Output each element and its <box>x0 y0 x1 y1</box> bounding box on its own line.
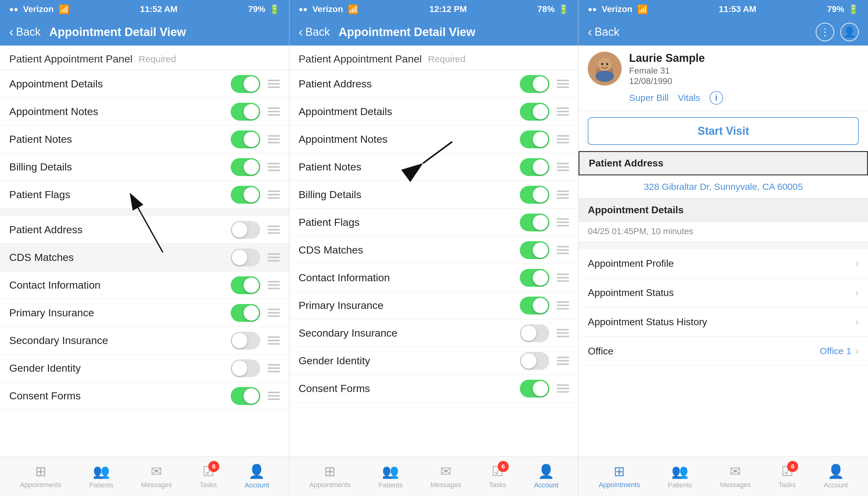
info-icon[interactable]: i <box>710 91 723 105</box>
item-label: Gender Identity <box>9 362 81 374</box>
back-button-3[interactable]: ‹ Back <box>588 25 619 40</box>
drag-handle[interactable] <box>557 329 569 337</box>
item-label: Appointment Notes <box>9 106 98 118</box>
drag-handle[interactable] <box>557 384 569 393</box>
office-row[interactable]: Office Office 1 › <box>579 337 868 366</box>
battery-icon: 🔋 <box>269 4 280 14</box>
super-bill-link[interactable]: Super Bill <box>629 93 668 103</box>
item-controls <box>231 186 280 204</box>
list-item: Primary Insurance <box>289 292 579 320</box>
toggle-patient-address-2[interactable] <box>520 75 549 93</box>
toggle-patient-address-1[interactable] <box>231 221 260 239</box>
toggle-consent-2[interactable] <box>520 380 549 398</box>
tab-messages-3[interactable]: ✉ Messages <box>720 463 751 489</box>
drag-handle[interactable] <box>557 135 569 143</box>
drag-handle[interactable] <box>557 218 569 227</box>
toggle-appointment-notes-1[interactable] <box>231 103 260 121</box>
item-label: Billing Details <box>9 161 72 173</box>
tab-appointments-2[interactable]: ⊞ Appointments <box>310 463 351 489</box>
vitals-link[interactable]: Vitals <box>678 93 700 103</box>
tab-tasks-1[interactable]: ☑ 6 Tasks <box>200 463 217 489</box>
row-right: › <box>855 286 859 299</box>
toggle-appt-notes-2[interactable] <box>520 130 549 148</box>
drag-handle[interactable] <box>268 135 280 143</box>
drag-handle[interactable] <box>557 190 569 199</box>
list-item: Patient Notes <box>289 153 579 181</box>
toggle-patient-notes-1[interactable] <box>231 130 260 148</box>
patient-address-value[interactable]: 328 Gibraltar Dr, Sunnyvale, CA 60005 <box>579 175 868 199</box>
toggle-appointment-details-1[interactable] <box>231 75 260 93</box>
toggle-primary-insurance-1[interactable] <box>231 304 260 322</box>
toggle-billing-2[interactable] <box>520 186 549 204</box>
appointment-details-meta: 04/25 01:45PM, 10 minutes <box>579 221 868 242</box>
drag-handle[interactable] <box>268 163 280 171</box>
toggle-contact-info-1[interactable] <box>231 276 260 294</box>
drag-handle[interactable] <box>268 364 280 372</box>
user-settings-icon[interactable]: 👤 <box>840 23 859 41</box>
nav-bar-2: ‹ Back Appointment Detail View <box>289 18 579 46</box>
drag-handle[interactable] <box>557 274 569 282</box>
drag-handle[interactable] <box>268 80 280 88</box>
item-controls <box>231 221 280 239</box>
tab-patients-2[interactable]: 👥 Patients <box>378 463 403 489</box>
more-options-icon[interactable]: ⋮ <box>816 23 834 41</box>
patient-header: Laurie Sample Female 31 12/08/1990 Super… <box>579 46 868 111</box>
drag-handle[interactable] <box>268 107 280 116</box>
back-button-2[interactable]: ‹ Back <box>299 25 330 40</box>
toggle-patient-notes-2[interactable] <box>520 158 549 176</box>
back-button-1[interactable]: ‹ Back <box>9 25 41 40</box>
tab-label: Messages <box>141 481 172 489</box>
tab-account-3[interactable]: 👤 Account <box>823 463 848 489</box>
toggle-cds-2[interactable] <box>520 241 549 259</box>
toggle-consent-forms-1[interactable] <box>231 387 260 405</box>
toggle-primary-ins-2[interactable] <box>520 297 549 314</box>
item-controls <box>520 380 569 398</box>
tab-appointments-1[interactable]: ⊞ Appointments <box>20 463 62 489</box>
tab-messages-1[interactable]: ✉ Messages <box>141 463 172 489</box>
drag-handle[interactable] <box>268 226 280 234</box>
tab-appointments-3[interactable]: ⊞ Appointments <box>599 463 640 489</box>
list-item: Gender Identity <box>0 355 289 382</box>
drag-handle[interactable] <box>268 190 280 199</box>
toggle-patient-flags-1[interactable] <box>231 186 260 204</box>
toggle-billing-details-1[interactable] <box>231 158 260 176</box>
patients-icon-3: 👥 <box>672 463 688 479</box>
drag-handle[interactable] <box>268 309 280 317</box>
toggle-gender-identity-1[interactable] <box>231 359 260 377</box>
toggle-appt-details-2[interactable] <box>520 103 549 121</box>
svg-point-7 <box>601 63 603 65</box>
drag-handle[interactable] <box>268 336 280 345</box>
drag-handle[interactable] <box>557 107 569 116</box>
appointments-icon-3: ⊞ <box>614 463 625 479</box>
appointment-status-row[interactable]: Appointment Status › <box>579 278 868 307</box>
tab-tasks-3[interactable]: ☑ 6 Tasks <box>778 463 796 489</box>
item-label: Appointment Details <box>9 78 103 90</box>
toggle-cds-matches-1[interactable] <box>231 249 260 266</box>
drag-handle[interactable] <box>268 392 280 400</box>
toggle-secondary-ins-2[interactable] <box>520 324 549 342</box>
toggle-patient-flags-2[interactable] <box>520 214 549 231</box>
appointment-profile-row[interactable]: Appointment Profile › <box>579 249 868 278</box>
item-controls <box>520 186 569 204</box>
tab-patients-3[interactable]: 👥 Patients <box>668 463 692 489</box>
tab-label: Account <box>244 481 269 489</box>
drag-handle[interactable] <box>557 80 569 88</box>
appointment-status-history-row[interactable]: Appointment Status History › <box>579 307 868 337</box>
tab-account-1[interactable]: 👤 Account <box>244 463 269 489</box>
drag-handle[interactable] <box>268 281 280 289</box>
drag-handle[interactable] <box>268 253 280 262</box>
toggle-secondary-insurance-1[interactable] <box>231 332 260 350</box>
drag-handle[interactable] <box>557 357 569 365</box>
drag-handle[interactable] <box>557 246 569 254</box>
start-visit-button[interactable]: Start Visit <box>588 117 859 145</box>
tab-tasks-2[interactable]: ☑ 6 Tasks <box>489 463 506 489</box>
toggle-contact-2[interactable] <box>520 269 549 287</box>
tab-messages-2[interactable]: ✉ Messages <box>431 463 461 489</box>
drag-handle[interactable] <box>557 301 569 310</box>
tab-account-2[interactable]: 👤 Account <box>534 463 558 489</box>
tab-patients-1[interactable]: 👥 Patients <box>89 463 113 489</box>
drag-handle[interactable] <box>557 163 569 171</box>
toggle-gender-2[interactable] <box>520 352 549 370</box>
tab-label: Messages <box>720 481 751 489</box>
item-controls <box>231 276 280 294</box>
